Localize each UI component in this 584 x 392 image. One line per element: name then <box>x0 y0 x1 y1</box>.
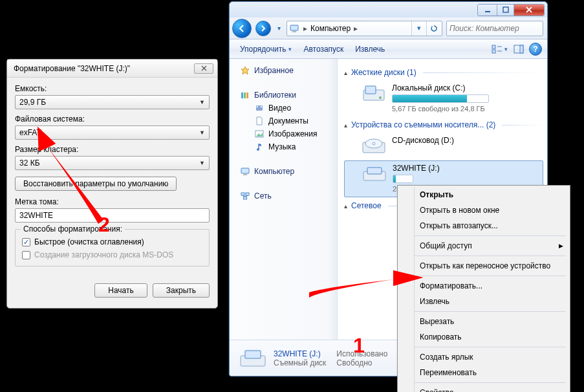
cm-properties[interactable]: Свойства <box>415 385 568 392</box>
cluster-combobox[interactable]: 32 КБ▼ <box>15 156 210 170</box>
eject-button[interactable]: Извлечь <box>350 43 390 56</box>
cdrom-icon <box>361 136 387 157</box>
filesystem-combobox[interactable]: exFAT▼ <box>15 125 210 140</box>
section-hard-drives[interactable]: ▴ Жесткие диски (1) <box>344 68 543 77</box>
quick-format-checkbox[interactable]: ✓ <box>22 238 30 246</box>
nav-forward-button[interactable] <box>255 21 271 36</box>
svg-rect-1 <box>503 7 508 12</box>
cm-copy[interactable]: Копировать <box>415 329 568 345</box>
format-options-legend: Способы форматирования: <box>21 224 125 234</box>
dialog-title: Форматирование "32WHITE (J:)" <box>14 64 130 73</box>
nav-images[interactable]: Изображения <box>240 127 334 140</box>
svg-rect-0 <box>485 11 490 12</box>
images-icon <box>254 129 265 139</box>
search-box[interactable] <box>446 21 543 36</box>
drive-d[interactable]: CD-дисковод (D:) <box>344 133 543 160</box>
computer-icon <box>240 166 250 177</box>
search-input[interactable] <box>447 24 548 33</box>
capacity-combobox[interactable]: 29,9 ГБ▼ <box>15 95 210 109</box>
maximize-button[interactable] <box>497 5 514 16</box>
chevron-down-icon: ▼ <box>199 160 205 166</box>
collapse-icon: ▴ <box>344 122 347 129</box>
nav-video[interactable]: Видео <box>240 102 334 114</box>
chevron-down-icon: ▼ <box>199 99 205 105</box>
details-title: 32WHITE (J:) <box>274 349 326 358</box>
music-icon <box>254 142 265 152</box>
cm-open-portable[interactable]: Открыть как переносное устройство <box>415 258 568 274</box>
svg-rect-3 <box>292 31 296 32</box>
cm-open-new-window[interactable]: Открыть в новом окне <box>415 202 568 218</box>
quick-format-label: Быстрое (очистка оглавления) <box>34 237 144 246</box>
cm-format[interactable]: Форматировать... <box>415 278 568 294</box>
nav-back-button[interactable] <box>232 19 252 38</box>
restore-defaults-button[interactable]: Восстановить параметры по умолчанию <box>15 177 177 191</box>
breadcrumb-segment[interactable]: Компьютер <box>310 24 351 33</box>
svg-rect-30 <box>365 86 376 94</box>
svg-rect-17 <box>257 106 258 107</box>
nav-history-dropdown[interactable]: ▾ <box>275 25 283 32</box>
svg-rect-36 <box>367 168 382 174</box>
details-free-label: Свободно <box>336 358 387 367</box>
drive-j-capacity <box>393 175 413 183</box>
nav-pane: Избранное Библиотеки Видео Документы Изо… <box>230 59 338 340</box>
volume-label-input[interactable] <box>15 208 210 223</box>
section-removable[interactable]: ▴ Устройства со съемными носителя... (2) <box>344 120 543 129</box>
dialog-close-button[interactable] <box>194 63 213 74</box>
start-button[interactable]: Начать <box>94 283 147 298</box>
cm-open[interactable]: Открыть <box>415 187 568 202</box>
svg-rect-18 <box>261 106 262 107</box>
nav-network[interactable]: Сеть <box>240 190 334 202</box>
msdos-boot-checkbox: ✓ <box>22 251 30 259</box>
title-bar <box>230 2 547 17</box>
refresh-button[interactable] <box>426 21 440 36</box>
autoplay-button[interactable]: Автозапуск <box>298 43 349 56</box>
drive-c[interactable]: Локальный диск (C:) 5,67 ГБ свободно из … <box>344 81 543 116</box>
svg-rect-15 <box>246 93 248 98</box>
organize-label: Упорядочить <box>240 45 286 54</box>
drive-c-capacity <box>392 94 489 103</box>
cm-rename[interactable]: Переименовать <box>415 365 568 380</box>
removable-icon <box>239 345 267 371</box>
drive-c-free: 5,67 ГБ свободно из 24,8 ГБ <box>392 105 489 113</box>
details-type: Съемный диск <box>274 358 326 367</box>
capacity-label: Емкость: <box>15 84 210 93</box>
help-button[interactable]: ? <box>529 43 542 56</box>
cm-sharing[interactable]: Общий доступ <box>415 238 568 254</box>
svg-rect-2 <box>290 25 298 30</box>
svg-rect-26 <box>244 197 247 199</box>
nav-libraries[interactable]: Библиотеки <box>240 89 334 102</box>
autoplay-label: Автозапуск <box>303 45 343 54</box>
cm-eject[interactable]: Извлечь <box>415 294 568 309</box>
close-button[interactable] <box>514 5 544 16</box>
refresh-icon <box>430 25 438 32</box>
cm-open-autoplay[interactable]: Открыть автозапуск... <box>415 218 568 234</box>
minimize-button[interactable] <box>478 5 497 16</box>
nav-favorites[interactable]: Избранное <box>240 64 334 77</box>
msdos-boot-label: Создание загрузочного диска MS-DOS <box>34 250 173 259</box>
eject-label: Извлечь <box>355 45 385 54</box>
cm-create-shortcut[interactable]: Создать ярлык <box>415 349 568 365</box>
star-icon <box>240 65 250 76</box>
preview-pane-icon <box>514 45 524 54</box>
svg-point-21 <box>257 148 259 151</box>
nav-computer[interactable]: Компьютер <box>240 165 334 178</box>
nav-bar: ▾ ▸ Компьютер ▸ ▾ <box>230 17 547 39</box>
view-icon <box>492 45 503 54</box>
cm-cut[interactable]: Вырезать <box>415 314 568 329</box>
nav-music[interactable]: Музыка <box>240 140 334 153</box>
svg-rect-38 <box>245 351 261 358</box>
removable-icon <box>362 164 387 184</box>
breadcrumb-dropdown[interactable]: ▾ <box>412 21 426 36</box>
dialog-titlebar: Форматирование "32WHITE (J:)" <box>7 60 217 78</box>
breadcrumb[interactable]: ▸ Компьютер ▸ ▾ <box>287 21 442 36</box>
arrow-right-icon <box>260 25 266 32</box>
preview-pane-button[interactable] <box>510 41 528 57</box>
video-icon <box>254 103 265 113</box>
close-format-button[interactable]: Закрыть <box>153 283 210 298</box>
maximize-icon <box>503 6 509 13</box>
nav-documents[interactable]: Документы <box>240 114 334 127</box>
organize-button[interactable]: Упорядочить▾ <box>235 43 297 56</box>
command-bar: Упорядочить▾ Автозапуск Извлечь ▾ ? <box>230 39 547 59</box>
collapse-icon: ▴ <box>344 202 347 210</box>
view-mode-button[interactable]: ▾ <box>490 41 508 57</box>
